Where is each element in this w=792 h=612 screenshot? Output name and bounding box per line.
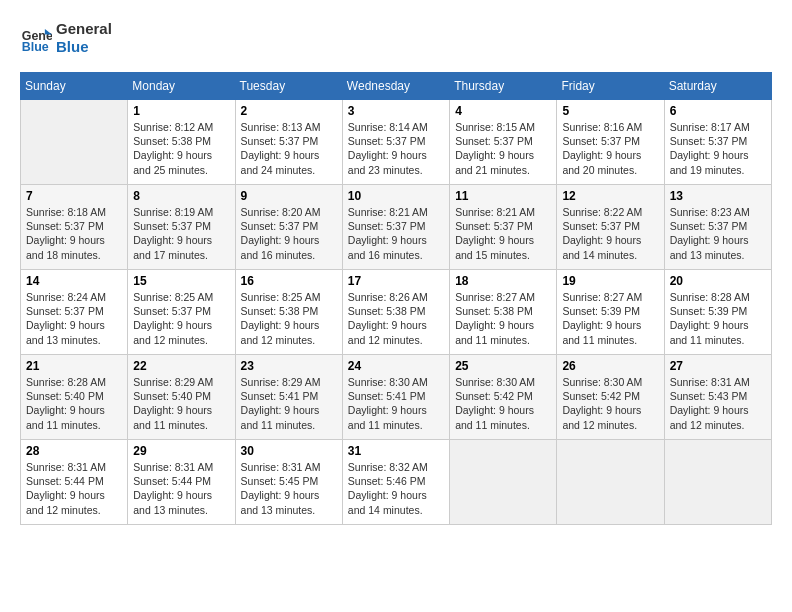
calendar-cell: 30Sunrise: 8:31 AMSunset: 5:45 PMDayligh…	[235, 440, 342, 525]
day-info: Sunrise: 8:27 AMSunset: 5:39 PMDaylight:…	[562, 290, 658, 347]
svg-text:Blue: Blue	[22, 40, 49, 54]
day-info: Sunrise: 8:16 AMSunset: 5:37 PMDaylight:…	[562, 120, 658, 177]
weekday-header-monday: Monday	[128, 73, 235, 100]
calendar-cell: 10Sunrise: 8:21 AMSunset: 5:37 PMDayligh…	[342, 185, 449, 270]
day-number: 24	[348, 359, 444, 373]
day-info: Sunrise: 8:28 AMSunset: 5:40 PMDaylight:…	[26, 375, 122, 432]
day-number: 13	[670, 189, 766, 203]
day-info: Sunrise: 8:25 AMSunset: 5:38 PMDaylight:…	[241, 290, 337, 347]
day-info: Sunrise: 8:31 AMSunset: 5:44 PMDaylight:…	[133, 460, 229, 517]
calendar-cell: 12Sunrise: 8:22 AMSunset: 5:37 PMDayligh…	[557, 185, 664, 270]
day-info: Sunrise: 8:30 AMSunset: 5:41 PMDaylight:…	[348, 375, 444, 432]
day-number: 29	[133, 444, 229, 458]
calendar-cell: 20Sunrise: 8:28 AMSunset: 5:39 PMDayligh…	[664, 270, 771, 355]
week-row-3: 14Sunrise: 8:24 AMSunset: 5:37 PMDayligh…	[21, 270, 772, 355]
calendar-cell: 6Sunrise: 8:17 AMSunset: 5:37 PMDaylight…	[664, 100, 771, 185]
calendar-cell: 14Sunrise: 8:24 AMSunset: 5:37 PMDayligh…	[21, 270, 128, 355]
calendar-cell: 11Sunrise: 8:21 AMSunset: 5:37 PMDayligh…	[450, 185, 557, 270]
day-number: 2	[241, 104, 337, 118]
day-info: Sunrise: 8:28 AMSunset: 5:39 PMDaylight:…	[670, 290, 766, 347]
day-number: 19	[562, 274, 658, 288]
day-number: 7	[26, 189, 122, 203]
day-number: 8	[133, 189, 229, 203]
calendar-cell: 4Sunrise: 8:15 AMSunset: 5:37 PMDaylight…	[450, 100, 557, 185]
day-info: Sunrise: 8:31 AMSunset: 5:45 PMDaylight:…	[241, 460, 337, 517]
calendar-cell: 24Sunrise: 8:30 AMSunset: 5:41 PMDayligh…	[342, 355, 449, 440]
day-info: Sunrise: 8:31 AMSunset: 5:44 PMDaylight:…	[26, 460, 122, 517]
day-number: 30	[241, 444, 337, 458]
day-number: 25	[455, 359, 551, 373]
calendar-cell: 1Sunrise: 8:12 AMSunset: 5:38 PMDaylight…	[128, 100, 235, 185]
week-row-5: 28Sunrise: 8:31 AMSunset: 5:44 PMDayligh…	[21, 440, 772, 525]
day-info: Sunrise: 8:29 AMSunset: 5:40 PMDaylight:…	[133, 375, 229, 432]
day-info: Sunrise: 8:19 AMSunset: 5:37 PMDaylight:…	[133, 205, 229, 262]
week-row-2: 7Sunrise: 8:18 AMSunset: 5:37 PMDaylight…	[21, 185, 772, 270]
day-number: 12	[562, 189, 658, 203]
day-number: 6	[670, 104, 766, 118]
day-number: 27	[670, 359, 766, 373]
day-number: 28	[26, 444, 122, 458]
day-info: Sunrise: 8:17 AMSunset: 5:37 PMDaylight:…	[670, 120, 766, 177]
weekday-header-sunday: Sunday	[21, 73, 128, 100]
day-info: Sunrise: 8:14 AMSunset: 5:37 PMDaylight:…	[348, 120, 444, 177]
day-info: Sunrise: 8:32 AMSunset: 5:46 PMDaylight:…	[348, 460, 444, 517]
calendar-cell: 27Sunrise: 8:31 AMSunset: 5:43 PMDayligh…	[664, 355, 771, 440]
calendar-cell: 22Sunrise: 8:29 AMSunset: 5:40 PMDayligh…	[128, 355, 235, 440]
weekday-header-thursday: Thursday	[450, 73, 557, 100]
day-info: Sunrise: 8:18 AMSunset: 5:37 PMDaylight:…	[26, 205, 122, 262]
day-number: 16	[241, 274, 337, 288]
day-number: 18	[455, 274, 551, 288]
day-number: 26	[562, 359, 658, 373]
weekday-header-wednesday: Wednesday	[342, 73, 449, 100]
day-info: Sunrise: 8:30 AMSunset: 5:42 PMDaylight:…	[455, 375, 551, 432]
day-number: 4	[455, 104, 551, 118]
calendar-cell: 28Sunrise: 8:31 AMSunset: 5:44 PMDayligh…	[21, 440, 128, 525]
week-row-1: 1Sunrise: 8:12 AMSunset: 5:38 PMDaylight…	[21, 100, 772, 185]
calendar-cell: 21Sunrise: 8:28 AMSunset: 5:40 PMDayligh…	[21, 355, 128, 440]
day-info: Sunrise: 8:26 AMSunset: 5:38 PMDaylight:…	[348, 290, 444, 347]
day-info: Sunrise: 8:23 AMSunset: 5:37 PMDaylight:…	[670, 205, 766, 262]
day-number: 10	[348, 189, 444, 203]
weekday-header-tuesday: Tuesday	[235, 73, 342, 100]
day-info: Sunrise: 8:15 AMSunset: 5:37 PMDaylight:…	[455, 120, 551, 177]
day-number: 15	[133, 274, 229, 288]
calendar-cell: 3Sunrise: 8:14 AMSunset: 5:37 PMDaylight…	[342, 100, 449, 185]
day-info: Sunrise: 8:21 AMSunset: 5:37 PMDaylight:…	[455, 205, 551, 262]
weekday-header-saturday: Saturday	[664, 73, 771, 100]
day-info: Sunrise: 8:24 AMSunset: 5:37 PMDaylight:…	[26, 290, 122, 347]
day-info: Sunrise: 8:29 AMSunset: 5:41 PMDaylight:…	[241, 375, 337, 432]
day-number: 1	[133, 104, 229, 118]
calendar-cell: 25Sunrise: 8:30 AMSunset: 5:42 PMDayligh…	[450, 355, 557, 440]
logo: General Blue General Blue	[20, 20, 112, 56]
calendar-cell: 9Sunrise: 8:20 AMSunset: 5:37 PMDaylight…	[235, 185, 342, 270]
day-info: Sunrise: 8:21 AMSunset: 5:37 PMDaylight:…	[348, 205, 444, 262]
calendar-cell: 23Sunrise: 8:29 AMSunset: 5:41 PMDayligh…	[235, 355, 342, 440]
calendar-cell	[450, 440, 557, 525]
logo-blue: Blue	[56, 38, 112, 56]
calendar-cell: 31Sunrise: 8:32 AMSunset: 5:46 PMDayligh…	[342, 440, 449, 525]
calendar-cell: 8Sunrise: 8:19 AMSunset: 5:37 PMDaylight…	[128, 185, 235, 270]
calendar-table: SundayMondayTuesdayWednesdayThursdayFrid…	[20, 72, 772, 525]
calendar-cell: 2Sunrise: 8:13 AMSunset: 5:37 PMDaylight…	[235, 100, 342, 185]
day-number: 11	[455, 189, 551, 203]
day-number: 14	[26, 274, 122, 288]
logo-general: General	[56, 20, 112, 38]
calendar-cell: 15Sunrise: 8:25 AMSunset: 5:37 PMDayligh…	[128, 270, 235, 355]
calendar-cell: 16Sunrise: 8:25 AMSunset: 5:38 PMDayligh…	[235, 270, 342, 355]
day-number: 31	[348, 444, 444, 458]
day-number: 17	[348, 274, 444, 288]
calendar-cell: 29Sunrise: 8:31 AMSunset: 5:44 PMDayligh…	[128, 440, 235, 525]
calendar-cell: 5Sunrise: 8:16 AMSunset: 5:37 PMDaylight…	[557, 100, 664, 185]
logo-icon: General Blue	[20, 22, 52, 54]
calendar-cell: 7Sunrise: 8:18 AMSunset: 5:37 PMDaylight…	[21, 185, 128, 270]
calendar-cell	[664, 440, 771, 525]
calendar-cell: 19Sunrise: 8:27 AMSunset: 5:39 PMDayligh…	[557, 270, 664, 355]
calendar-cell: 26Sunrise: 8:30 AMSunset: 5:42 PMDayligh…	[557, 355, 664, 440]
calendar-cell: 17Sunrise: 8:26 AMSunset: 5:38 PMDayligh…	[342, 270, 449, 355]
day-info: Sunrise: 8:22 AMSunset: 5:37 PMDaylight:…	[562, 205, 658, 262]
day-number: 23	[241, 359, 337, 373]
day-info: Sunrise: 8:30 AMSunset: 5:42 PMDaylight:…	[562, 375, 658, 432]
day-number: 3	[348, 104, 444, 118]
weekday-header-row: SundayMondayTuesdayWednesdayThursdayFrid…	[21, 73, 772, 100]
day-number: 9	[241, 189, 337, 203]
